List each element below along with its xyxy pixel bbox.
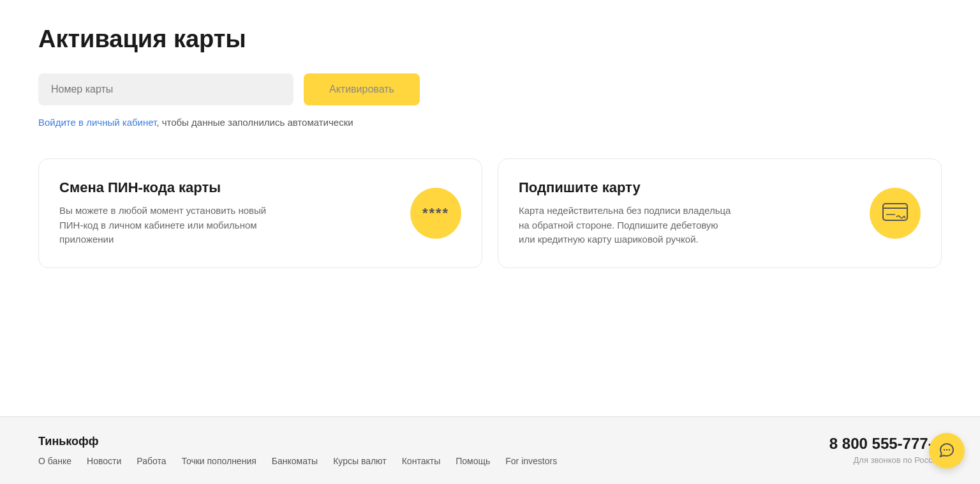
card-sign-icon — [870, 188, 921, 239]
footer-link[interactable]: Новости — [87, 456, 121, 466]
svg-point-4 — [944, 449, 945, 450]
info-cards-section: Смена ПИН-кода карты Вы можете в любой м… — [38, 158, 942, 268]
pin-change-card-text: Смена ПИН-кода карты Вы можете в любой м… — [59, 179, 276, 247]
login-hint: Войдите в личный кабинет, чтобы данные з… — [38, 117, 942, 128]
activation-form: Активировать — [38, 73, 942, 105]
footer-brand: Тинькофф — [38, 435, 557, 448]
footer-link[interactable]: Контакты — [402, 456, 440, 466]
sign-card-card: Подпишите карту Карта недействительна бе… — [498, 158, 942, 268]
pin-icon: **** — [410, 188, 461, 239]
svg-point-5 — [946, 449, 947, 450]
svg-line-3 — [904, 216, 905, 218]
pin-change-title: Смена ПИН-кода карты — [59, 179, 276, 196]
footer-link[interactable]: О банке — [38, 456, 71, 466]
sign-card-title: Подпишите карту — [519, 179, 736, 196]
card-number-input[interactable] — [38, 73, 293, 105]
chat-button[interactable] — [929, 433, 965, 469]
pin-change-description: Вы можете в любой момент установить новы… — [59, 204, 276, 247]
footer-nav: О банкеНовостиРаботаТочки пополненияБанк… — [38, 456, 557, 466]
footer-link[interactable]: Банкоматы — [272, 456, 318, 466]
sign-card-description: Карта недействительна без подписи владел… — [519, 204, 736, 247]
page-title: Активация карты — [38, 26, 942, 53]
svg-point-6 — [949, 449, 950, 450]
footer-link[interactable]: Работа — [137, 456, 166, 466]
footer-link[interactable]: Точки пополнения — [181, 456, 256, 466]
sign-card-text: Подпишите карту Карта недействительна бе… — [519, 179, 736, 247]
footer-link[interactable]: For investors — [505, 456, 557, 466]
hint-text: , чтобы данные заполнились автоматически — [156, 117, 353, 128]
footer: Тинькофф О банкеНовостиРаботаТочки попол… — [0, 416, 980, 484]
login-link[interactable]: Войдите в личный кабинет — [38, 117, 156, 128]
footer-link[interactable]: Помощь — [456, 456, 490, 466]
footer-phone: 8 800 555-777-8 — [829, 435, 942, 453]
footer-phone-note: Для звонков по России — [829, 455, 942, 465]
activate-button[interactable]: Активировать — [304, 73, 420, 105]
footer-link[interactable]: Курсы валют — [333, 456, 387, 466]
pin-change-card: Смена ПИН-кода карты Вы можете в любой м… — [38, 158, 482, 268]
svg-rect-0 — [883, 204, 907, 220]
